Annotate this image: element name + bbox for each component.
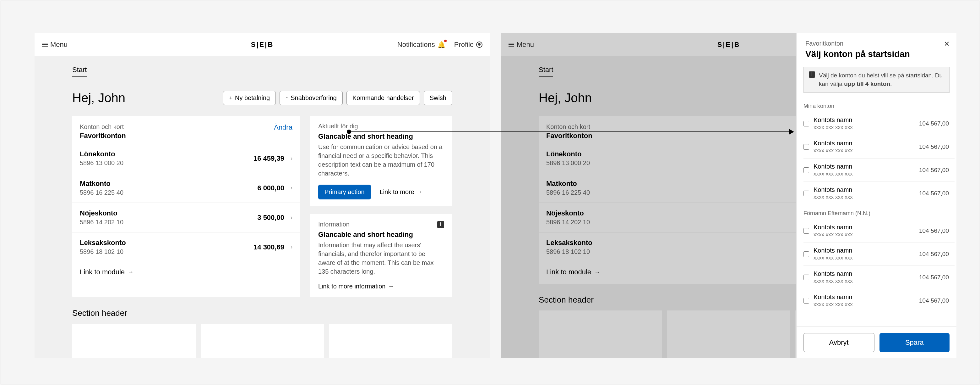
chevron-right-icon: › <box>291 244 293 250</box>
link-to-more-info[interactable]: Link to more information→ <box>318 283 394 290</box>
accounts-title: Favoritkonton <box>80 132 126 140</box>
account-checkbox[interactable] <box>803 228 809 234</box>
account-balance: 104 567,00 <box>919 251 955 257</box>
account-option-row[interactable]: Kontots namn xxxx xxx xxx xxx 104 567,00 <box>803 243 955 266</box>
info-icon: i <box>809 71 815 78</box>
menu-button[interactable]: Menu <box>42 41 68 49</box>
page-title: Hej, John <box>72 91 125 105</box>
relevant-card: Aktuellt för dig Glancable and short hea… <box>310 116 452 206</box>
account-checkbox[interactable] <box>803 298 809 304</box>
account-name: Kontots namn <box>813 140 853 147</box>
account-number: xxxx xxx xxx xxx <box>813 147 853 154</box>
account-row[interactable]: Matkonto 5896 16 225 40 6 000,00 › <box>72 173 300 203</box>
profile-link[interactable]: Profile <box>454 41 482 49</box>
information-card: Information i Glancable and short headin… <box>310 214 452 297</box>
annotation-arrowhead <box>789 129 794 135</box>
account-number: xxxx xxx xxx xxx <box>813 124 853 131</box>
info-icon: i <box>437 221 444 228</box>
info-eyebrow: Information <box>318 221 350 228</box>
quick-transfer-button[interactable]: ↑Snabböverföring <box>280 91 343 105</box>
burger-icon <box>42 43 48 46</box>
account-checkbox[interactable] <box>803 167 809 173</box>
accounts-eyebrow: Konton och kort <box>80 123 126 131</box>
account-name: Kontots namn <box>813 294 853 301</box>
menu-label: Menu <box>50 41 68 49</box>
link-to-module[interactable]: Link to module → <box>72 262 141 276</box>
relevant-eyebrow: Aktuellt för dig <box>318 123 358 130</box>
plus-icon: + <box>229 95 232 101</box>
account-balance: 104 567,00 <box>919 297 955 304</box>
account-balance: 104 567,00 <box>919 144 955 150</box>
account-balance: 6 000,00 <box>257 184 284 192</box>
upcoming-events-button[interactable]: Kommande händelser <box>347 91 420 105</box>
account-number: 5896 16 225 40 <box>80 189 123 196</box>
account-option-row[interactable]: Kontots namn xxxx xxx xxx xxx 104 567,00 <box>803 266 955 289</box>
notifications-label: Notifications <box>397 41 435 49</box>
section-header: Section header <box>72 308 452 318</box>
account-checkbox[interactable] <box>803 144 809 150</box>
account-number: xxxx xxx xxx xxx <box>813 171 853 177</box>
account-option-row[interactable]: Kontots namn xxxx xxx xxx xxx 104 567,00 <box>803 219 955 243</box>
placeholder-card <box>201 324 324 358</box>
change-link[interactable]: Ändra <box>274 123 293 131</box>
account-balance: 104 567,00 <box>919 227 955 234</box>
account-option-row[interactable]: Kontots namn xxxx xxx xxx xxx 104 567,00 <box>803 158 955 182</box>
account-name: Leksakskonto <box>80 239 126 247</box>
drawer-eyebrow: Favoritkonton <box>805 40 948 47</box>
account-option-row[interactable]: Kontots namn xxxx xxx xxx xxx 104 567,00 <box>803 289 955 312</box>
account-name: Kontots namn <box>813 117 853 124</box>
account-row[interactable]: Lönekonto 5896 13 000 20 16 459,39 › <box>72 144 300 173</box>
account-row[interactable]: Leksakskonto 5896 18 102 10 14 300,69 › <box>72 232 300 262</box>
account-balance: 104 567,00 <box>919 190 955 197</box>
avatar-icon <box>476 42 482 48</box>
link-to-more[interactable]: Link to more→ <box>380 189 422 196</box>
tab-start[interactable]: Start <box>72 63 87 77</box>
chevron-right-icon: › <box>291 214 293 221</box>
close-icon[interactable]: ✕ <box>944 40 950 48</box>
account-number: xxxx xxx xxx xxx <box>813 232 853 238</box>
account-name: Kontots namn <box>813 270 853 278</box>
account-name: Kontots namn <box>813 163 853 170</box>
account-number: xxxx xxx xxx xxx <box>813 255 853 261</box>
arrow-right-icon: → <box>417 189 422 195</box>
swish-button[interactable]: Swish <box>424 91 452 105</box>
account-option-row[interactable]: Kontots namn xxxx xxx xxx xxx 104 567,00 <box>803 135 955 158</box>
account-group-label: Mina konton <box>803 103 955 109</box>
account-checkbox[interactable] <box>803 191 809 196</box>
chevron-right-icon: › <box>291 185 293 191</box>
drawer-title: Välj konton på startsidan <box>805 49 948 59</box>
account-number: xxxx xxx xxx xxx <box>813 194 853 200</box>
new-payment-button[interactable]: +Ny betalning <box>223 91 276 105</box>
account-checkbox[interactable] <box>803 121 809 126</box>
drawer-info-box: i Välj de konton du helst vill se på sta… <box>803 67 950 93</box>
favorite-accounts-card: Konton och kort Favoritkonton Ändra Löne… <box>72 116 300 297</box>
account-name: Kontots namn <box>813 247 853 254</box>
account-name: Matkonto <box>80 180 123 188</box>
notifications-link[interactable]: Notifications 🔔 <box>397 41 445 49</box>
account-balance: 104 567,00 <box>919 120 955 127</box>
annotation-arrow <box>348 131 792 132</box>
info-desc: Information that may affect the users' f… <box>318 241 444 276</box>
account-balance: 3 500,00 <box>257 214 284 222</box>
account-name: Nöjeskonto <box>80 209 123 217</box>
account-name: Lönekonto <box>80 150 123 158</box>
up-arrow-icon: ↑ <box>286 95 288 101</box>
account-balance: 104 567,00 <box>919 167 955 174</box>
primary-action-button[interactable]: Primary action <box>318 185 371 200</box>
account-number: 5896 13 000 20 <box>80 160 123 167</box>
relevant-heading: Glancable and short heading <box>318 133 444 141</box>
account-number: xxxx xxx xxx xxx <box>813 278 853 284</box>
account-option-row[interactable]: Kontots namn xxxx xxx xxx xxx 104 567,00 <box>803 112 955 135</box>
account-checkbox[interactable] <box>803 275 809 280</box>
info-heading: Glancable and short heading <box>318 230 444 239</box>
account-name: Kontots namn <box>813 186 853 193</box>
account-group-label: Förnamn Efternamn (N.N.) <box>803 210 955 217</box>
account-option-row[interactable]: Kontots namn xxxx xxx xxx xxx 104 567,00 <box>803 182 955 205</box>
account-row[interactable]: Nöjeskonto 5896 14 202 10 3 500,00 › <box>72 203 300 232</box>
account-checkbox[interactable] <box>803 251 809 257</box>
account-name: Kontots namn <box>813 224 853 231</box>
cancel-button[interactable]: Avbryt <box>803 333 875 352</box>
placeholder-card <box>72 324 196 358</box>
save-button[interactable]: Spara <box>880 333 950 352</box>
account-number: 5896 18 102 10 <box>80 248 126 256</box>
